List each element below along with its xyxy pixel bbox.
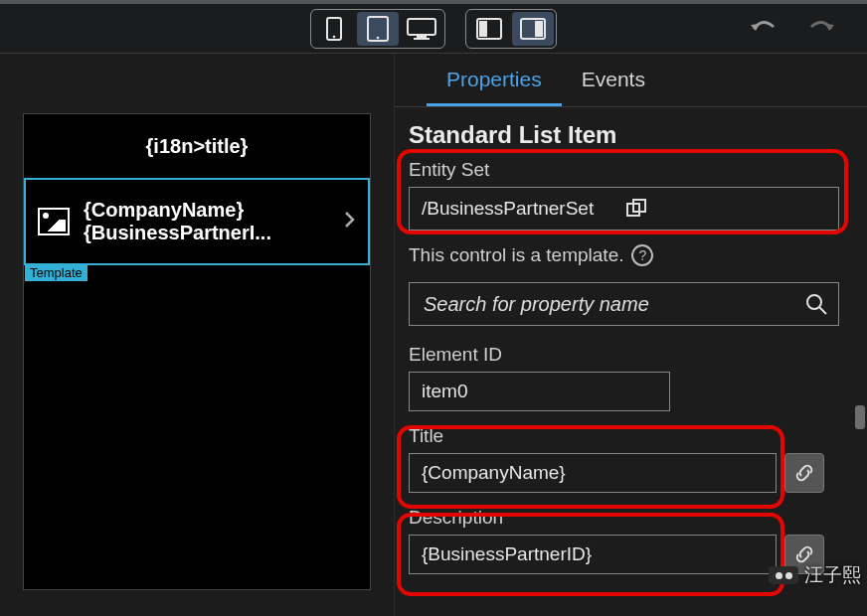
property-search[interactable] xyxy=(409,282,839,326)
device-tablet-button[interactable] xyxy=(357,12,399,46)
page-title: {i18n>title} xyxy=(24,114,370,178)
property-search-input[interactable] xyxy=(424,293,804,316)
orientation-landscape-button[interactable] xyxy=(512,12,554,46)
svg-point-3 xyxy=(377,36,380,39)
device-desktop-button[interactable] xyxy=(401,12,442,46)
element-id-input[interactable] xyxy=(409,372,670,411)
tab-properties[interactable]: Properties xyxy=(427,54,562,106)
tab-events[interactable]: Events xyxy=(562,54,665,106)
svg-point-13 xyxy=(807,295,821,309)
entity-set-browse-icon[interactable] xyxy=(625,198,829,220)
watermark: 汪子熙 xyxy=(769,562,861,588)
svg-rect-4 xyxy=(408,19,435,35)
svg-line-14 xyxy=(819,307,826,314)
svg-rect-8 xyxy=(479,21,487,37)
svg-rect-6 xyxy=(414,38,430,40)
orientation-portrait-button[interactable] xyxy=(468,12,510,46)
preview-device: {i18n>title} {CompanyName} {BusinessPart… xyxy=(23,113,371,590)
undo-button[interactable] xyxy=(748,19,778,39)
section-title: Standard List Item xyxy=(409,121,839,149)
chevron-right-icon xyxy=(344,211,356,233)
element-id-label: Element ID xyxy=(409,344,839,366)
template-hint: This control is a template. ? xyxy=(409,244,839,266)
scrollbar-thumb[interactable] xyxy=(855,405,865,429)
image-placeholder-icon xyxy=(38,208,70,235)
list-item-description: {BusinessPartnerI... xyxy=(84,222,330,244)
title-input[interactable] xyxy=(409,453,777,493)
svg-rect-5 xyxy=(417,35,427,38)
description-label: Description xyxy=(409,507,839,529)
redo-button[interactable] xyxy=(807,19,837,39)
properties-pane: Properties Events Standard List Item Ent… xyxy=(394,54,867,616)
entity-set-input[interactable]: /BusinessPartnerSet xyxy=(409,187,839,231)
info-icon[interactable]: ? xyxy=(631,244,653,266)
orientation-selector xyxy=(465,9,557,49)
link-icon xyxy=(793,462,815,484)
entity-set-label: Entity Set xyxy=(409,159,839,181)
description-input[interactable] xyxy=(409,535,777,574)
title-label: Title xyxy=(409,425,839,447)
template-badge: Template xyxy=(25,264,87,281)
history-controls xyxy=(748,19,837,39)
svg-rect-10 xyxy=(535,21,543,37)
device-selector xyxy=(310,9,445,49)
svg-point-1 xyxy=(333,35,336,38)
tabs: Properties Events xyxy=(395,54,867,107)
canvas-pane: {i18n>title} {CompanyName} {BusinessPart… xyxy=(0,54,394,616)
standard-list-item[interactable]: {CompanyName} {BusinessPartnerI... Templ… xyxy=(24,178,370,265)
search-icon xyxy=(804,292,828,316)
title-bind-button[interactable] xyxy=(784,453,824,493)
top-toolbar xyxy=(0,0,867,54)
watermark-icon xyxy=(769,566,798,584)
list-item-title: {CompanyName} xyxy=(84,199,330,222)
device-phone-button[interactable] xyxy=(313,12,355,46)
